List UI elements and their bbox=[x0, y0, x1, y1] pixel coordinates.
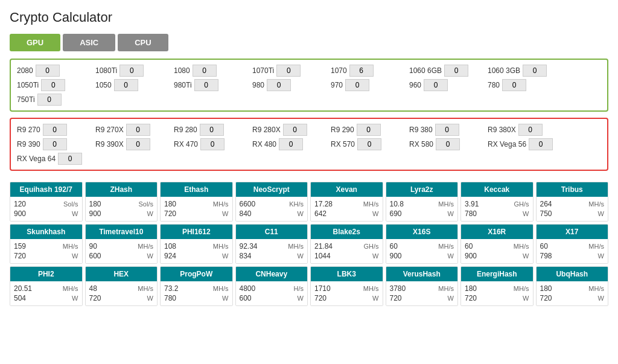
algo-name: PHI1612 bbox=[161, 225, 232, 239]
algo-body: 120 Sol/s 900 W bbox=[10, 197, 82, 221]
algo-power-row: 840 W bbox=[240, 209, 304, 218]
tab-asic[interactable]: ASIC bbox=[63, 34, 115, 51]
algo-speed-val: 48 bbox=[89, 284, 97, 293]
algo-power-val: 798 bbox=[540, 252, 552, 260]
algo-speed-unit: MH/s bbox=[588, 285, 604, 292]
gpu-input[interactable] bbox=[283, 124, 307, 136]
algo-power-unit: W bbox=[298, 295, 304, 302]
algo-power-unit: W bbox=[72, 295, 78, 302]
algo-speed-val: 1710 bbox=[314, 284, 331, 293]
algo-power-val: 750 bbox=[540, 209, 552, 218]
gpu-input[interactable] bbox=[345, 79, 369, 91]
algo-power-row: 600 W bbox=[240, 294, 304, 302]
algo-speed-val: 3780 bbox=[390, 284, 406, 293]
algo-speed-val: 73.2 bbox=[164, 284, 178, 293]
algo-name: CNHeavy bbox=[236, 267, 308, 281]
algo-name: Blake2s bbox=[311, 225, 383, 239]
gpu-input[interactable] bbox=[114, 79, 138, 91]
gpu-input[interactable] bbox=[58, 153, 82, 165]
algo-power-val: 900 bbox=[89, 209, 101, 218]
algo-power-val: 720 bbox=[540, 294, 552, 302]
algo-body: 3780 MH/s 720 W bbox=[386, 281, 458, 305]
algo-power-row: 780 W bbox=[164, 294, 229, 302]
algo-speed-unit: MH/s bbox=[363, 285, 379, 292]
amd-row-2: RX Vega 64 bbox=[17, 153, 601, 165]
gpu-input[interactable] bbox=[424, 79, 448, 91]
algo-name: HEX bbox=[86, 267, 158, 281]
amd-gpu-section: R9 270 R9 270X R9 280 R9 280X R9 290 R9 … bbox=[10, 118, 608, 171]
gpu-item: R9 270X bbox=[95, 124, 174, 136]
gpu-input[interactable] bbox=[119, 65, 144, 77]
gpu-input[interactable] bbox=[267, 79, 291, 91]
gpu-input[interactable] bbox=[43, 124, 67, 136]
algo-power-row: 504 W bbox=[14, 294, 78, 302]
gpu-input[interactable] bbox=[436, 138, 460, 150]
gpu-input[interactable] bbox=[276, 65, 301, 77]
algo-speed-row: 60 MH/s bbox=[540, 242, 605, 251]
algo-speed-unit: MH/s bbox=[288, 243, 304, 250]
gpu-label: 980 bbox=[252, 81, 264, 89]
algo-power-unit: W bbox=[72, 210, 78, 217]
gpu-input[interactable] bbox=[200, 138, 225, 150]
algo-name: Timetravel10 bbox=[86, 225, 158, 239]
gpu-label: RX Vega 56 bbox=[488, 140, 526, 148]
gpu-label: 1050Ti bbox=[17, 81, 39, 89]
gpu-input[interactable] bbox=[126, 124, 150, 136]
gpu-input[interactable] bbox=[349, 65, 374, 77]
algo-body: 10.8 MH/s 690 W bbox=[386, 197, 458, 221]
algo-power-row: 924 W bbox=[164, 252, 229, 260]
gpu-input[interactable] bbox=[200, 124, 224, 136]
algo-power-row: 720 W bbox=[89, 294, 154, 302]
gpu-input[interactable] bbox=[194, 79, 218, 91]
algo-power-row: 690 W bbox=[390, 209, 454, 218]
algo-speed-val: 180 bbox=[540, 284, 552, 293]
algo-name: Ethash bbox=[161, 182, 232, 197]
algo-speed-unit: H/s bbox=[294, 285, 304, 292]
algo-speed-unit: KH/s bbox=[289, 200, 304, 208]
algo-power-val: 900 bbox=[14, 209, 26, 218]
gpu-input[interactable] bbox=[36, 65, 60, 77]
algo-card: C11 92.34 MH/s 834 W bbox=[235, 224, 308, 264]
gpu-input[interactable] bbox=[523, 65, 547, 77]
gpu-input[interactable] bbox=[529, 138, 553, 150]
algo-power-row: 750 W bbox=[540, 209, 605, 218]
tab-cpu[interactable]: CPU bbox=[118, 34, 168, 51]
algo-speed-unit: MH/s bbox=[138, 285, 153, 292]
algo-power-row: 780 W bbox=[465, 209, 529, 218]
gpu-item: RX 480 bbox=[252, 138, 331, 150]
gpu-label: 1080Ti bbox=[95, 66, 117, 75]
algo-body: 180 MH/s 720 W bbox=[161, 197, 232, 221]
gpu-input[interactable] bbox=[435, 124, 459, 136]
algo-power-row: 642 W bbox=[314, 209, 379, 218]
gpu-item: 1080 bbox=[174, 65, 252, 77]
gpu-input[interactable] bbox=[43, 138, 67, 150]
gpu-input[interactable] bbox=[41, 79, 65, 91]
algo-power-val: 720 bbox=[164, 209, 176, 218]
algo-speed-val: 120 bbox=[14, 200, 26, 208]
algo-power-unit: W bbox=[298, 210, 304, 217]
algo-power-unit: W bbox=[372, 252, 378, 260]
algo-power-row: 834 W bbox=[240, 252, 304, 260]
gpu-input[interactable] bbox=[444, 65, 468, 77]
gpu-input[interactable] bbox=[518, 124, 543, 136]
algo-speed-unit: MH/s bbox=[438, 285, 454, 292]
algo-card: PHI2 20.51 MH/s 504 W bbox=[10, 266, 83, 306]
algo-speed-unit: MH/s bbox=[588, 243, 604, 250]
gpu-input[interactable] bbox=[357, 138, 381, 150]
algo-card: Timetravel10 90 MH/s 600 W bbox=[85, 224, 158, 264]
gpu-input[interactable] bbox=[193, 65, 217, 77]
algo-name: ZHash bbox=[86, 182, 158, 197]
algo-card: X16R 60 MH/s 900 W bbox=[460, 224, 534, 264]
algo-speed-row: 17.28 MH/s bbox=[314, 200, 379, 208]
gpu-input[interactable] bbox=[357, 124, 381, 136]
gpu-input[interactable] bbox=[279, 138, 303, 150]
gpu-input[interactable] bbox=[37, 94, 62, 106]
algo-name: ProgPoW bbox=[161, 267, 232, 281]
gpu-label: 750Ti bbox=[17, 95, 35, 104]
tab-gpu[interactable]: GPU bbox=[10, 34, 60, 51]
algo-body: 60 MH/s 900 W bbox=[461, 239, 533, 263]
algo-power-unit: W bbox=[448, 210, 454, 217]
gpu-input[interactable] bbox=[502, 79, 526, 91]
gpu-item: 980Ti bbox=[174, 79, 252, 91]
gpu-input[interactable] bbox=[126, 138, 150, 150]
